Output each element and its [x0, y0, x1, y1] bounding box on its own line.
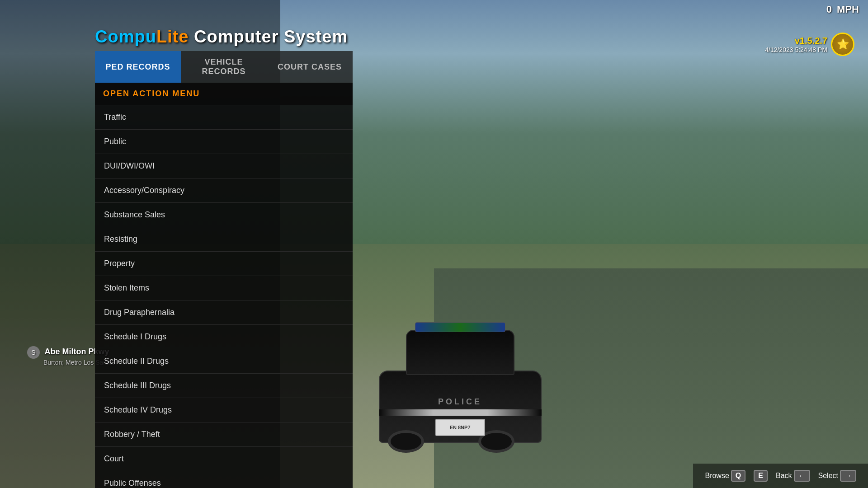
bottom-controls: Browse Q E Back ← Select →: [693, 464, 868, 488]
tab-ped-records[interactable]: PED RECORDS: [95, 51, 181, 83]
select-label: Select: [818, 472, 838, 480]
menu-item-accessory[interactable]: Accessory/Conspiracy: [95, 178, 353, 203]
tab-vehicle-records[interactable]: VEHICLE RECORDS: [181, 51, 267, 83]
menu-item-schedule1[interactable]: Schedule I Drugs: [95, 325, 353, 349]
select-key[interactable]: →: [840, 470, 856, 482]
confirm-key[interactable]: E: [754, 470, 768, 482]
open-action-menu[interactable]: OPEN ACTION MENU: [95, 83, 353, 105]
menu-item-schedule4[interactable]: Schedule IV Drugs: [95, 398, 353, 422]
back-label: Back: [776, 472, 792, 480]
main-ui: CompuLite Computer System PED RECORDS VE…: [95, 27, 353, 488]
menu-item-public-offenses[interactable]: Public Offenses: [95, 471, 353, 488]
app-title-suffix: Computer System: [189, 27, 348, 46]
browse-label: Browse: [705, 472, 729, 480]
app-title-highlight: Compu: [95, 27, 156, 46]
menu-item-schedule3[interactable]: Schedule III Drugs: [95, 374, 353, 398]
menu-item-property[interactable]: Property: [95, 252, 353, 276]
browse-key[interactable]: Q: [731, 470, 745, 482]
menu-item-robbery[interactable]: Robbery / Theft: [95, 422, 353, 447]
menu-item-drug-para[interactable]: Drug Paraphernalia: [95, 300, 353, 325]
browse-control: Browse Q: [705, 470, 745, 482]
tab-court-cases[interactable]: COURT CASES: [267, 51, 353, 83]
menu-item-schedule2[interactable]: Schedule II Drugs: [95, 349, 353, 374]
app-title: CompuLite Computer System: [95, 27, 353, 47]
nav-tabs: PED RECORDS VEHICLE RECORDS COURT CASES: [95, 51, 353, 83]
app-title-lite: Lite: [156, 27, 189, 46]
confirm-control: E: [754, 470, 768, 482]
menu-items-list: Traffic Public DUI/DWI/OWI Accessory/Con…: [95, 105, 353, 488]
menu-item-public[interactable]: Public: [95, 130, 353, 154]
menu-panel: OPEN ACTION MENU Traffic Public DUI/DWI/…: [95, 83, 353, 488]
menu-item-substance[interactable]: Substance Sales: [95, 203, 353, 227]
menu-item-stolen[interactable]: Stolen Items: [95, 276, 353, 300]
menu-item-resisting[interactable]: Resisting: [95, 227, 353, 252]
menu-item-traffic[interactable]: Traffic: [95, 105, 353, 130]
back-control: Back ←: [776, 470, 810, 482]
menu-item-dui[interactable]: DUI/DWI/OWI: [95, 154, 353, 178]
back-key[interactable]: ←: [794, 470, 810, 482]
menu-item-court[interactable]: Court: [95, 447, 353, 471]
select-control: Select →: [818, 470, 856, 482]
